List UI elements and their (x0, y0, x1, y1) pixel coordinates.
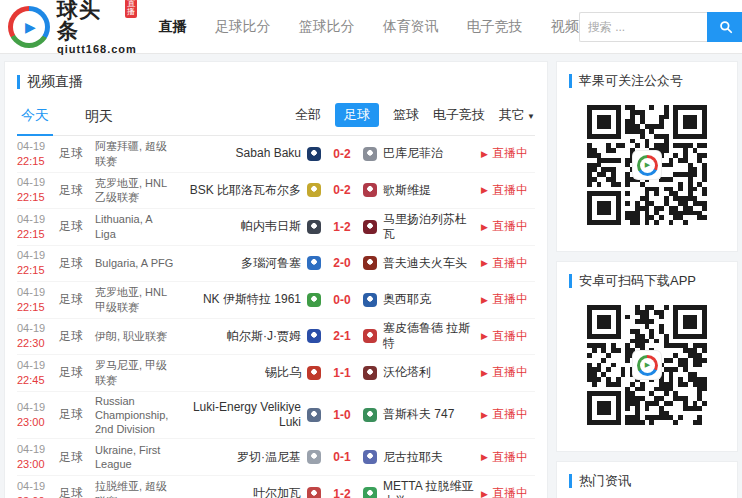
home-team-badge-icon (307, 183, 321, 197)
watch-live-button[interactable]: ▶ 直播中 (481, 182, 535, 199)
match-time: 22:30 (17, 336, 59, 351)
match-score: 2-1 (321, 329, 363, 343)
match-sport: 足球 (59, 218, 95, 235)
nav-item-basketball-scores[interactable]: 篮球比分 (299, 18, 355, 36)
site-logo[interactable]: 球头条 直播 qiutt168.com (8, 0, 137, 55)
home-team-name: BSK 比耶洛瓦布尔多 (190, 183, 301, 198)
match-row[interactable]: 04-19 23:00 足球 拉脱维亚, 超级联赛 叶尔加瓦 1-2 METTA… (17, 476, 535, 498)
match-date: 04-19 (17, 442, 59, 457)
play-icon: ▶ (481, 489, 488, 498)
home-team-name: 帕内韦日斯 (241, 219, 301, 234)
match-row[interactable]: 04-19 23:00 足球 Russian Championship, 2nd… (17, 392, 535, 440)
nav-item-live[interactable]: 直播 (159, 18, 187, 36)
nav-item-sports-news[interactable]: 体育资讯 (383, 18, 439, 36)
filter-esports[interactable]: 电子竞技 (433, 106, 485, 124)
match-date: 04-19 (17, 358, 59, 373)
top-header: 球头条 直播 qiutt168.com 直播 足球比分 篮球比分 体育资讯 电子… (0, 0, 742, 54)
tab-today[interactable]: 今天 (17, 107, 53, 136)
match-time: 23:00 (17, 415, 59, 430)
tab-tomorrow[interactable]: 明天 (81, 108, 117, 135)
match-score: 1-0 (321, 408, 363, 422)
home-team-name: 帕尔斯·J·贾姆 (227, 329, 301, 344)
match-score: 1-1 (321, 366, 363, 380)
home-team-name: 叶尔加瓦 (253, 486, 301, 498)
match-row[interactable]: 04-19 23:00 足球 Ukraine, First League 罗切·… (17, 439, 535, 476)
match-score: 0-0 (321, 293, 363, 307)
watch-live-button[interactable]: ▶ 直播中 (481, 145, 535, 162)
nav-item-football-scores[interactable]: 足球比分 (215, 18, 271, 36)
filter-football[interactable]: 足球 (335, 103, 379, 127)
live-label: 直播中 (492, 255, 528, 272)
home-team-badge-icon (307, 366, 321, 380)
match-row[interactable]: 04-19 22:45 足球 罗马尼亚, 甲级联赛 锡比乌 1-1 沃伦塔利 ▶… (17, 355, 535, 392)
match-row[interactable]: 04-19 22:15 足球 Lithuania, A Liga 帕内韦日斯 1… (17, 209, 535, 246)
nav-item-esports[interactable]: 电子竞技 (467, 18, 523, 36)
qr-center-logo-icon (633, 351, 661, 379)
watch-live-button[interactable]: ▶ 直播中 (481, 255, 535, 272)
live-label: 直播中 (492, 182, 528, 199)
live-label: 直播中 (492, 364, 528, 381)
away-team-badge-icon (363, 220, 377, 234)
watch-live-button[interactable]: ▶ 直播中 (481, 406, 535, 423)
filter-other[interactable]: 其它▼ (499, 106, 535, 124)
filter-all[interactable]: 全部 (295, 106, 321, 124)
title-accent-bar (569, 74, 572, 88)
wechat-qrcode (587, 105, 707, 225)
search-button[interactable] (707, 12, 742, 42)
away-team-name: METTA 拉脱维亚大学 (383, 479, 477, 498)
android-qr-title: 安卓可扫码下载APP (579, 272, 696, 290)
home-team-badge-icon (307, 147, 321, 161)
search-input[interactable] (579, 12, 707, 42)
match-time: 22:15 (17, 227, 59, 242)
home-team-name: 多瑙河鲁塞 (241, 256, 301, 271)
away-team-name: 尼古拉耶夫 (383, 450, 443, 465)
home-team-name: NK 伊斯特拉 1961 (203, 292, 301, 307)
match-sport: 足球 (59, 145, 95, 162)
match-row[interactable]: 04-19 22:30 足球 伊朗, 职业联赛 帕尔斯·J·贾姆 2-1 塞皮德… (17, 319, 535, 356)
match-table: 04-19 22:15 足球 阿塞拜疆, 超级联赛 Sabah Baku 0-2… (17, 136, 535, 498)
match-date: 04-19 (17, 175, 59, 190)
match-sport: 足球 (59, 449, 95, 466)
news-item[interactable]: 黑洞吸不进的钱，视觉中国想一口吞下去？|视觉中国被群起吊打事件 (11,064) (569, 490, 725, 498)
play-icon: ▶ (481, 331, 488, 341)
match-sport: 足球 (59, 364, 95, 381)
away-team-name: 沃伦塔利 (383, 365, 431, 380)
home-team-badge-icon (307, 293, 321, 307)
match-league: 拉脱维亚, 超级联赛 (95, 479, 179, 498)
match-date: 04-19 (17, 400, 59, 415)
match-date: 04-19 (17, 321, 59, 336)
home-team-badge-icon (307, 408, 321, 422)
away-team-badge-icon (363, 183, 377, 197)
match-score: 0-2 (321, 183, 363, 197)
live-label: 直播中 (492, 328, 528, 345)
search-icon (719, 20, 733, 34)
match-row[interactable]: 04-19 22:15 足球 阿塞拜疆, 超级联赛 Sabah Baku 0-2… (17, 136, 535, 173)
match-row[interactable]: 04-19 22:15 足球 克罗地亚, HNL 甲级联赛 NK 伊斯特拉 19… (17, 282, 535, 319)
match-league: 克罗地亚, HNL 乙级联赛 (95, 176, 179, 205)
sidebar: 苹果可关注公众号 安卓可扫码下载APP 热门资讯 黑洞吸不进 (556, 61, 738, 498)
match-league: Lithuania, A Liga (95, 212, 179, 241)
watch-live-button[interactable]: ▶ 直播中 (481, 485, 535, 498)
match-score: 0-2 (321, 147, 363, 161)
filter-basketball[interactable]: 篮球 (393, 106, 419, 124)
home-team-badge-icon (307, 329, 321, 343)
watch-live-button[interactable]: ▶ 直播中 (481, 364, 535, 381)
watch-live-button[interactable]: ▶ 直播中 (481, 291, 535, 308)
match-date: 04-19 (17, 285, 59, 300)
watch-live-button[interactable]: ▶ 直播中 (481, 449, 535, 466)
watch-live-button[interactable]: ▶ 直播中 (481, 328, 535, 345)
watch-live-button[interactable]: ▶ 直播中 (481, 218, 535, 235)
nav-item-video[interactable]: 视频 (551, 18, 579, 36)
match-row[interactable]: 04-19 22:15 足球 Bulgaria, A PFG 多瑙河鲁塞 2-0… (17, 246, 535, 283)
hot-news-card: 热门资讯 黑洞吸不进的钱，视觉中国想一口吞下去？|视觉中国被群起吊打事件 (11… (556, 461, 738, 498)
away-team-name: 歌斯维提 (383, 183, 431, 198)
away-team-badge-icon (363, 293, 377, 307)
hot-news-title: 热门资讯 (579, 472, 631, 490)
main-nav: 直播 足球比分 篮球比分 体育资讯 电子竞技 视频 (159, 18, 579, 36)
play-icon: ▶ (481, 410, 488, 420)
home-team-name: Sabah Baku (236, 146, 301, 161)
home-team-name: Luki-Energy Velikiye Luki (179, 400, 301, 430)
match-row[interactable]: 04-19 22:15 足球 克罗地亚, HNL 乙级联赛 BSK 比耶洛瓦布尔… (17, 173, 535, 210)
match-time: 22:15 (17, 300, 59, 315)
play-icon: ▶ (481, 222, 488, 232)
